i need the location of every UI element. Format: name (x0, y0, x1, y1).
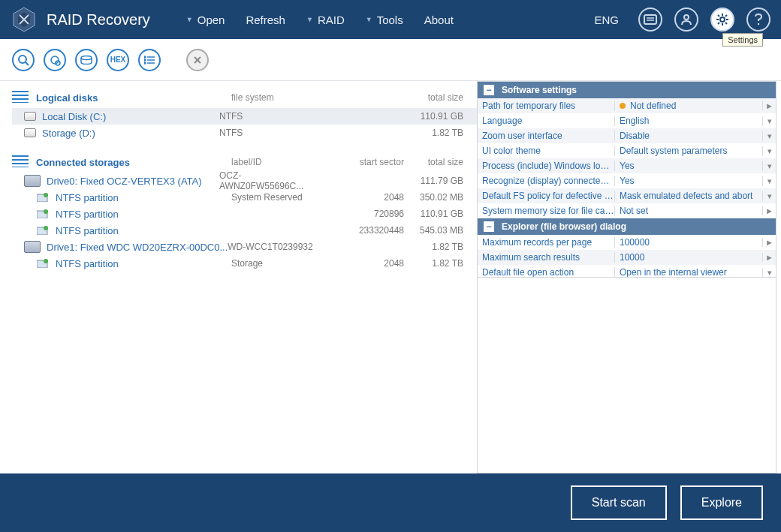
arrow-right-icon[interactable]: ► (762, 206, 776, 215)
language-switch[interactable]: ENG (594, 14, 619, 26)
help-icon[interactable] (746, 8, 770, 32)
settings-value[interactable]: Not set (614, 206, 762, 216)
partition-row[interactable]: NTFS partitionStorage20481.82 TB (12, 255, 477, 272)
settings-group-header[interactable]: −Software settings (478, 82, 776, 98)
svg-line-11 (718, 15, 719, 17)
user-icon[interactable] (674, 8, 698, 32)
explore-button[interactable]: Explore (680, 485, 763, 520)
menu-open[interactable]: ▼Open (186, 14, 225, 26)
settings-detail-area (477, 278, 776, 473)
settings-row[interactable]: Default file open actionOpen in the inte… (478, 265, 776, 278)
arrow-right-icon[interactable]: ► (762, 253, 776, 262)
menu-tools[interactable]: ▼Tools (366, 14, 403, 26)
chevron-down-icon[interactable]: ▾ (762, 146, 776, 156)
connected-storages-header: Connected storageslabel/IDstart sectorto… (12, 152, 477, 173)
close-icon[interactable] (186, 49, 209, 71)
settings-value[interactable]: Default system parameters (614, 146, 762, 156)
svg-point-30 (44, 193, 48, 197)
collapse-icon[interactable]: − (484, 221, 494, 232)
chevron-down-icon[interactable]: ▾ (762, 116, 776, 126)
settings-row[interactable]: UI color themeDefault system parameters▾ (478, 143, 776, 158)
arrow-right-icon[interactable]: ► (762, 101, 776, 110)
svg-line-17 (26, 62, 29, 65)
chevron-down-icon[interactable]: ▾ (762, 268, 776, 278)
chevron-down-icon: ▼ (306, 16, 313, 23)
settings-row[interactable]: Recognize (display) connected me...Yes▾ (478, 173, 776, 188)
menu-about[interactable]: About (424, 14, 454, 26)
hdd-icon (24, 175, 41, 187)
drive-row[interactable]: Drive0: Fixed OCZ-VERTEX3 (ATA)OCZ-AWNZ0… (12, 173, 477, 189)
partition-row[interactable]: NTFS partitionSystem Reserved2048350.02 … (12, 189, 477, 206)
app-header: RAID Recovery ▼OpenRefresh▼RAID▼ToolsAbo… (0, 0, 781, 39)
svg-point-16 (19, 56, 26, 63)
settings-name: Recognize (display) connected me... (478, 176, 614, 186)
drive-row[interactable]: Drive1: Fixed WDC WD20EZRX-00DC0...WD-WC… (12, 239, 477, 255)
settings-value[interactable]: 100000 (614, 237, 762, 248)
chevron-down-icon[interactable]: ▾ (762, 176, 776, 186)
settings-value[interactable]: 10000 (614, 252, 762, 263)
settings-value[interactable]: Yes (614, 176, 762, 186)
svg-point-25 (144, 59, 146, 61)
logical-disk-row[interactable]: Storage (D:)NTFS1.82 TB (12, 125, 477, 141)
chevron-down-icon[interactable]: ▾ (762, 131, 776, 141)
settings-row[interactable]: Maximum search results10000► (478, 250, 776, 265)
footer: Start scan Explore (0, 473, 781, 532)
collapse-icon[interactable]: − (484, 85, 494, 95)
logical-disk-row[interactable]: Local Disk (C:)NTFS110.91 GB (12, 108, 477, 125)
panel-toggle-icon[interactable] (638, 8, 662, 32)
settings-group-header[interactable]: −Explorer (file browser) dialog (478, 218, 776, 235)
list-icon[interactable] (138, 49, 161, 71)
search-icon[interactable] (12, 49, 35, 71)
target-icon[interactable] (44, 49, 66, 71)
main-area: Logical disksfile systemtotal sizeLocal … (0, 81, 781, 473)
start-scan-button[interactable]: Start scan (571, 485, 667, 520)
settings-value[interactable]: Open in the internal viewer (614, 267, 762, 278)
svg-line-13 (725, 15, 727, 17)
settings-icon[interactable] (710, 8, 734, 32)
chevron-down-icon[interactable]: ▾ (762, 161, 776, 171)
settings-row[interactable]: Maximum records per page100000► (478, 235, 776, 250)
settings-row[interactable]: LanguageEnglish▾ (478, 113, 776, 128)
settings-row[interactable]: Default FS policy for defective blo...Ma… (478, 188, 776, 203)
app-title: RAID Recovery (47, 11, 150, 29)
partition-row[interactable]: NTFS partition720896110.91 GB (12, 206, 477, 222)
hdd-icon (24, 241, 41, 253)
svg-point-34 (44, 226, 48, 230)
settings-value[interactable]: Yes (614, 161, 762, 171)
svg-point-18 (51, 56, 59, 64)
settings-name: Zoom user interface (478, 131, 614, 141)
logical-disks-header: Logical disksfile systemtotal size (12, 87, 477, 108)
hex-icon[interactable]: HEX (107, 49, 129, 71)
menu-raid[interactable]: ▼RAID (306, 14, 345, 26)
arrow-right-icon[interactable]: ► (762, 238, 776, 247)
settings-row[interactable]: Process (include) Windows logical ...Yes… (478, 158, 776, 173)
settings-row[interactable]: System memory size for file cache...Not … (478, 203, 776, 218)
settings-value[interactable]: Disable (614, 131, 762, 141)
disks-panel: Logical disksfile systemtotal sizeLocal … (0, 81, 477, 473)
svg-point-6 (720, 17, 725, 22)
svg-line-14 (718, 23, 719, 24)
svg-rect-2 (644, 15, 656, 24)
partition-icon (36, 258, 50, 269)
settings-name: UI color theme (478, 146, 614, 156)
settings-value[interactable]: Mask emulated defects and abort (614, 191, 762, 201)
partition-icon (36, 192, 50, 203)
settings-value[interactable]: English (614, 116, 762, 126)
settings-row[interactable]: Zoom user interfaceDisable▾ (478, 128, 776, 143)
app-logo: RAID Recovery (11, 6, 150, 33)
settings-name: Language (478, 116, 614, 126)
partition-row[interactable]: NTFS partition233320448545.03 MB (12, 222, 477, 239)
menu-refresh[interactable]: Refresh (246, 14, 285, 26)
volume-icon (24, 128, 36, 137)
settings-name: Maximum search results (478, 252, 614, 263)
settings-row[interactable]: Path for temporary filesNot defined► (478, 98, 776, 113)
main-menu: ▼OpenRefresh▼RAID▼ToolsAbout (186, 14, 454, 26)
svg-point-24 (144, 56, 146, 58)
drives-icon (12, 91, 29, 103)
settings-value[interactable]: Not defined (614, 101, 762, 111)
settings-tooltip: Settings (722, 33, 763, 47)
drives-icon (12, 155, 29, 167)
disk-icon[interactable] (75, 49, 98, 71)
chevron-down-icon[interactable]: ▾ (762, 191, 776, 201)
settings-name: Default file open action (478, 267, 614, 278)
